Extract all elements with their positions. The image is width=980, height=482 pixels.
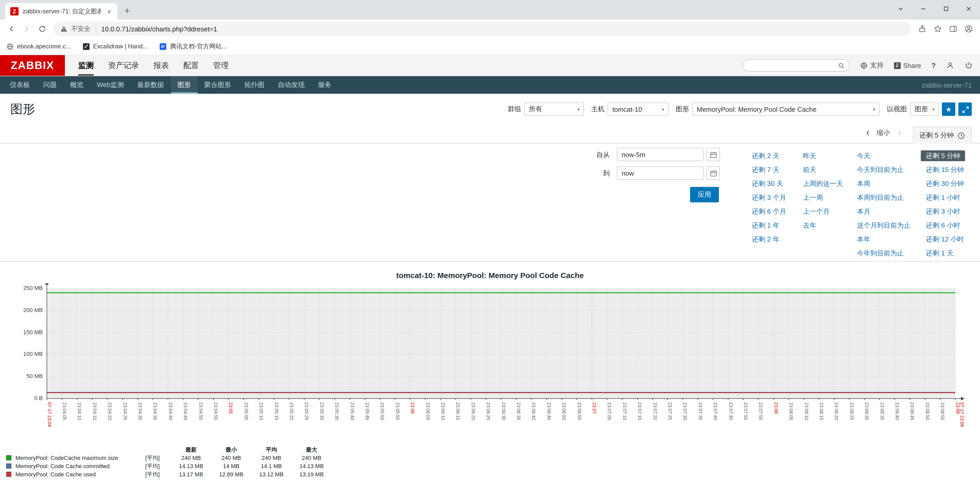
subnav-item[interactable]: 图形 [171,76,197,94]
time-range-tab[interactable]: 还剩 5 分钟 [913,127,972,144]
quick-range-link[interactable]: 还剩 30 天 [752,177,783,191]
bookmark-label: Excalidraw | Hand... [93,43,148,50]
quick-range-link[interactable]: 还剩 30 分钟 [926,177,964,191]
subnav-item[interactable]: 概览 [63,76,90,94]
kiosk-expand-button[interactable] [958,102,972,116]
subnav-item[interactable]: 拓扑图 [238,76,271,94]
subnav-item[interactable]: Web监测 [90,76,130,94]
side-panel-icon[interactable] [946,22,961,36]
quick-range-link[interactable]: 上周的这一天 [803,177,843,191]
main-nav-item[interactable]: 配置 [183,55,199,76]
favorite-star-button[interactable]: ★ [942,102,955,116]
zabbix-logo[interactable]: ZABBIX [0,55,65,76]
legend-header: 最大 [291,446,332,453]
help-link[interactable]: ? [931,61,936,70]
subnav-item[interactable]: 自动发现 [271,76,311,94]
tab-close-icon[interactable]: × [105,8,113,15]
quick-range-link[interactable]: 去年 [803,218,816,232]
apply-button[interactable]: 应用 [690,187,719,202]
url-text[interactable]: 10.0.0.71/zabbix/charts.php?ddreset=1 [101,25,217,33]
main-nav-item[interactable]: 监测 [78,55,94,76]
quick-range-link[interactable]: 还剩 7 天 [752,163,780,177]
support-link[interactable]: 支持 [860,61,883,70]
quick-range-link[interactable]: 今天到目前为止 [857,163,904,177]
to-input[interactable] [617,166,703,180]
to-calendar-button[interactable] [706,166,720,180]
window-close-button[interactable] [957,0,980,17]
bookmark-item[interactable]: 腾讯文档-官方网站... [159,42,227,51]
subnav-item[interactable]: 服务 [311,76,338,94]
quick-range-link[interactable]: 本周 [857,177,870,191]
quick-range-link[interactable]: 还剩 3 小时 [926,204,960,218]
user-profile-icon[interactable] [946,61,954,70]
quick-range-link[interactable]: 还剩 3 个月 [752,191,786,204]
main-nav-item[interactable]: 资产记录 [108,55,139,76]
quick-range-link[interactable]: 还剩 2 天 [752,149,780,163]
host-select[interactable]: tomcat-10 ▼ [608,102,668,116]
quick-range-link[interactable]: 还剩 15 分钟 [926,163,964,177]
main-nav-item[interactable]: 管理 [213,55,229,76]
graph-plot-area[interactable]: 0 B50 MB100 MB150 MB200 MB250 MB07-17 23… [0,283,980,444]
quick-range-link[interactable]: 这个月到目前为止 [857,218,910,232]
forward-icon[interactable] [19,22,34,36]
share-link[interactable]: Z Share [894,62,921,69]
header-search[interactable] [742,59,850,72]
quick-range-link[interactable]: 本年 [857,232,870,246]
quick-range-link[interactable]: 前天 [803,163,816,177]
subnav-item[interactable]: 仪表板 [3,76,37,94]
share-icon[interactable] [915,22,929,36]
graph-select[interactable]: MemoryPool: Memory Pool Code Cache ▼ [692,102,880,116]
bookmark-item[interactable]: Excalidraw | Hand... [82,43,148,50]
time-forward-chevron[interactable] [893,127,905,139]
quick-range-link[interactable]: 昨天 [803,149,816,163]
subnav-item[interactable]: 最新数据 [130,76,171,94]
group-select[interactable]: 所有 ▼ [524,102,584,116]
security-label[interactable]: 不安全 [71,24,91,33]
quick-range-link[interactable]: 还剩 12 小时 [926,232,964,246]
x-axis-label: 23:05:05 [243,402,248,420]
quick-range-link[interactable]: 本月 [857,204,870,218]
bookmark-item[interactable]: ebook.apecome.c... [6,43,71,50]
from-calendar-button[interactable] [706,148,720,161]
x-axis-label: 23:07:50 [743,402,748,420]
search-input[interactable] [747,61,837,70]
quick-range-link[interactable]: 今年到目前为止 [857,246,904,260]
view-as-select[interactable]: 图形 ▼ [910,102,939,116]
browser-tab[interactable]: Z zabbix-server-71: 自定义图表 × [5,3,118,19]
quick-range-link[interactable]: 本周到目前为止 [857,191,904,204]
logout-power-icon[interactable] [964,61,973,70]
x-axis-label: 23:07:40 [713,402,718,420]
zoom-out-button[interactable]: 缩小 [877,128,890,137]
quick-range-link[interactable]: 还剩 1 年 [752,218,780,232]
time-filter-panel: 自从 到 应用 还剩 2 天还剩 7 天还剩 30 天还剩 3 个月还剩 6 个… [0,143,980,262]
new-tab-button[interactable]: + [121,4,134,17]
reload-icon[interactable] [35,22,49,36]
quick-range-link[interactable]: 还剩 5 分钟 [921,150,965,161]
series-color-swatch [6,463,11,469]
x-axis-label: 23:04:30 [137,402,143,420]
back-icon[interactable] [4,22,19,36]
x-axis-label: 23:05:50 [380,402,385,420]
search-icon[interactable] [837,62,845,69]
address-bar[interactable]: 不安全 10.0.0.71/zabbix/charts.php?ddreset=… [54,22,911,36]
window-maximize-button[interactable] [935,0,957,17]
time-back-chevron[interactable] [861,127,873,139]
subnav-item[interactable]: 聚合图形 [197,76,238,94]
quick-range-link[interactable]: 今天 [857,149,870,163]
window-minimize-button[interactable] [912,0,935,17]
series-function: [平均] [145,471,171,478]
profile-avatar-icon[interactable] [961,22,976,36]
bookmark-star-icon[interactable] [931,22,945,36]
quick-range-link[interactable]: 还剩 6 小时 [926,218,960,232]
subnav-item[interactable]: 问题 [37,76,63,94]
quick-range-link[interactable]: 还剩 1 天 [926,246,953,260]
quick-range-link[interactable]: 还剩 6 个月 [752,204,786,218]
quick-range-link[interactable]: 还剩 1 小时 [926,191,960,204]
group-filter-label: 群组 [508,105,521,114]
from-input[interactable] [617,148,703,161]
quick-range-link[interactable]: 上一周 [803,191,823,204]
quick-range-link[interactable]: 上一个月 [803,204,830,218]
main-nav-item[interactable]: 报表 [153,55,169,76]
quick-range-link[interactable]: 还剩 2 年 [752,232,780,246]
tab-search-caret-icon[interactable] [889,0,912,17]
